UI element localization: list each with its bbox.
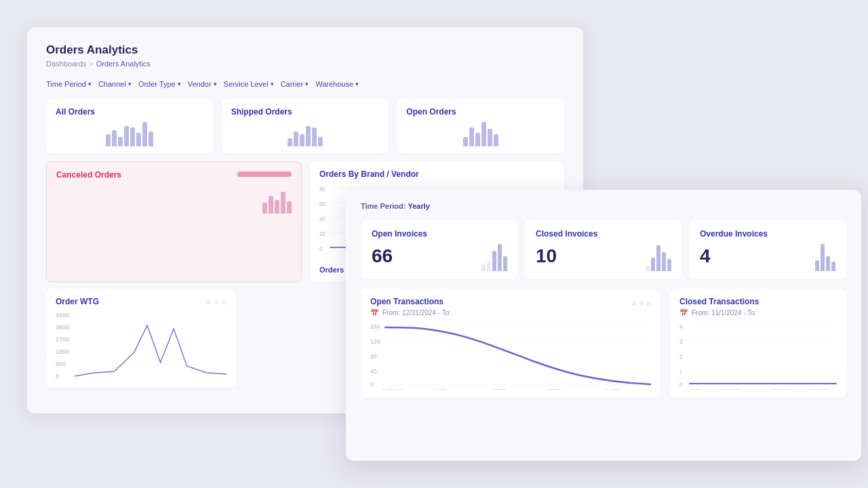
calendar-icon-ot: 📅	[370, 309, 378, 317]
open-transactions-chart: 160 120 80 40 0 12/31/24 1/1/25	[370, 322, 651, 390]
open-transactions-title: Open Transactions	[370, 297, 443, 306]
order-wtg-chart: 4500 3600 2700 1800 900 0	[56, 312, 226, 380]
circle2-icon-ot[interactable]: ○	[639, 299, 644, 307]
filter-carrier[interactable]: Carrier	[281, 80, 309, 88]
filter-vendor[interactable]: Vendor	[188, 80, 217, 88]
svg-text:11/14/24: 11/14/24	[722, 388, 739, 390]
time-period-label: Time Period: Yearly	[361, 202, 846, 210]
svg-text:80: 80	[370, 353, 377, 360]
filter-bar: Time Period Channel Order Type Vendor Se…	[46, 80, 564, 88]
time-period-key: Time Period:	[361, 202, 406, 210]
y-label-4500: 4500	[56, 312, 69, 319]
canceled-orders-title: Canceled Orders	[56, 170, 121, 180]
y-label-0: 0	[56, 373, 69, 380]
order-wtg-card: Order WTG ○ ○ ⌂ 4500 3600 2700 1800 900 …	[46, 289, 236, 388]
closed-transactions-title: Closed Transactions	[679, 297, 837, 306]
all-orders-title: All Orders	[56, 107, 204, 117]
open-transactions-actions: ○ ○ ⌂	[632, 299, 651, 307]
closed-transactions-chart: 4 3 2 1 0 11/1/24 11/14/24 11/27/24	[679, 322, 837, 390]
svg-text:12/10/24: 12/10/24	[810, 388, 827, 390]
y-label-900: 900	[56, 361, 69, 367]
closed-transactions-meta: 📅 From: 11/1/2024 - To:	[679, 309, 837, 317]
canceled-progress-bar	[237, 171, 292, 177]
open-orders-chart	[406, 122, 555, 146]
closed-invoices-title: Closed Invoices	[536, 229, 671, 239]
svg-text:2: 2	[679, 353, 683, 361]
home-icon-ot[interactable]: ⌂	[646, 299, 651, 307]
svg-text:11/1/24: 11/1/24	[687, 388, 702, 390]
svg-text:0: 0	[370, 381, 374, 388]
all-orders-chart	[56, 122, 204, 146]
circle2-icon[interactable]: ○	[214, 298, 219, 306]
y-label-2700: 2700	[56, 336, 69, 343]
svg-text:1/4/25: 1/4/25	[606, 388, 620, 390]
overdue-invoices-card: Overdue Invoices 4	[689, 220, 846, 279]
overdue-invoices-value: 4	[700, 245, 711, 267]
order-wtg-title: Order WTG	[56, 297, 99, 306]
circle-icon[interactable]: ○	[206, 298, 211, 306]
closed-invoices-card: Closed Invoices 10	[525, 220, 682, 279]
svg-text:11/27/24: 11/27/24	[773, 388, 791, 390]
brand-vendor-title: Orders By Brand / Vendor	[319, 169, 555, 179]
calendar-icon-ct: 📅	[679, 309, 688, 317]
filter-channel[interactable]: Channel	[98, 80, 132, 88]
shipped-orders-title: Shipped Orders	[231, 107, 380, 117]
svg-text:60: 60	[319, 200, 326, 207]
open-orders-title: Open Orders	[406, 107, 555, 117]
y-label-1800: 1800	[56, 348, 69, 355]
overdue-invoices-title: Overdue Invoices	[700, 229, 835, 239]
canceled-orders-chart	[56, 189, 292, 214]
transactions-row: Open Transactions ○ ○ ⌂ 📅 From: 12/31/20…	[361, 289, 846, 398]
breadcrumb-root[interactable]: Dashboards	[46, 60, 86, 68]
svg-text:12/31/24: 12/31/24	[382, 388, 403, 390]
svg-text:1/2/25: 1/2/25	[491, 388, 506, 390]
open-transactions-card: Open Transactions ○ ○ ⌂ 📅 From: 12/31/20…	[361, 289, 660, 398]
time-period-value: Yearly	[408, 202, 430, 210]
order-wtg-actions: ○ ○ ⌂	[206, 298, 226, 306]
order-wtg-svg	[75, 312, 226, 380]
filter-order-type[interactable]: Order Type	[138, 80, 181, 88]
open-invoices-value: 66	[372, 245, 393, 267]
open-invoices-card: Open Invoices 66	[361, 220, 518, 279]
open-transactions-date: From: 12/31/2024 - To:	[382, 309, 451, 317]
invoice-cards-row: Open Invoices 66 Closed Invoices 10	[361, 220, 846, 279]
svg-text:1/1/25: 1/1/25	[432, 388, 447, 390]
all-orders-card: All Orders	[46, 99, 214, 153]
svg-text:20: 20	[319, 230, 326, 237]
breadcrumb-current: Orders Analytics	[96, 60, 151, 68]
svg-text:1: 1	[679, 368, 683, 375]
canceled-orders-card: Canceled Orders	[46, 161, 302, 282]
svg-text:80: 80	[319, 185, 326, 192]
breadcrumb: Dashboards > Orders Analytics	[46, 60, 564, 68]
metric-cards-row: All Orders Shipped Orders	[46, 99, 564, 153]
circle-icon-ot[interactable]: ○	[632, 299, 637, 307]
svg-text:0: 0	[319, 245, 323, 252]
invoices-dashboard-card: Time Period: Yearly Open Invoices 66 Clo…	[346, 190, 861, 461]
overdue-invoices-chart	[815, 244, 835, 271]
shipped-orders-card: Shipped Orders	[222, 99, 389, 153]
filter-service-level[interactable]: Service Level	[224, 80, 274, 88]
order-wtg-header: Order WTG ○ ○ ⌂	[56, 297, 226, 306]
open-invoices-title: Open Invoices	[372, 229, 507, 239]
closed-transactions-card: Closed Transactions 📅 From: 11/1/2024 - …	[670, 289, 846, 398]
order-wtg-y-labels: 4500 3600 2700 1800 900 0	[56, 312, 69, 380]
y-label-3600: 3600	[56, 324, 69, 331]
breadcrumb-sep: >	[89, 60, 93, 68]
svg-text:4: 4	[679, 323, 683, 331]
svg-text:0: 0	[679, 381, 683, 388]
shipped-orders-chart	[231, 122, 380, 146]
closed-invoices-value: 10	[536, 245, 557, 267]
open-orders-card: Open Orders	[397, 99, 564, 153]
home-icon[interactable]: ⌂	[222, 298, 226, 306]
svg-text:40: 40	[319, 215, 326, 222]
open-transactions-meta: 📅 From: 12/31/2024 - To:	[370, 309, 651, 317]
svg-text:1/3/25: 1/3/25	[547, 388, 561, 390]
closed-invoices-chart	[646, 244, 671, 271]
svg-text:40: 40	[370, 368, 377, 375]
svg-text:120: 120	[370, 338, 380, 345]
svg-text:3: 3	[679, 338, 683, 346]
filter-warehouse[interactable]: Warehouse	[315, 80, 359, 88]
page-title: Orders Analytics	[46, 43, 564, 57]
filter-time-period[interactable]: Time Period	[46, 80, 92, 88]
open-invoices-chart	[481, 244, 507, 271]
